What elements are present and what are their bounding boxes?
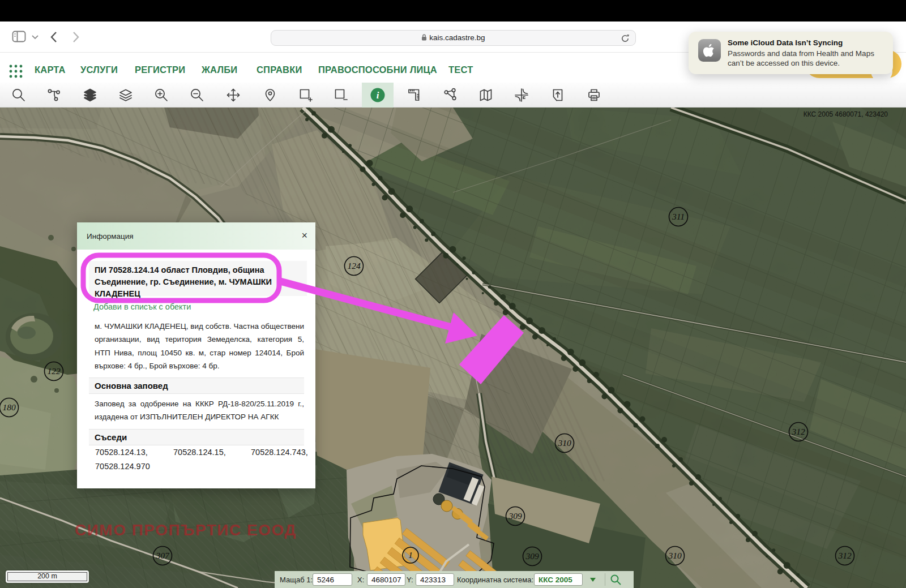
- svg-text:i: i: [377, 90, 379, 101]
- svg-text:СИМО ПРОПЪРТИС ЕООД: СИМО ПРОПЪРТИС ЕООД: [75, 521, 297, 539]
- svg-text:124: 124: [347, 261, 361, 271]
- svg-text:122: 122: [47, 366, 61, 376]
- svg-text:312: 312: [791, 427, 805, 436]
- svg-text:309: 309: [508, 511, 522, 521]
- svg-text:310: 310: [557, 438, 571, 448]
- svg-text:1: 1: [408, 551, 413, 560]
- svg-text:180: 180: [2, 402, 16, 412]
- svg-text:310: 310: [668, 551, 682, 560]
- svg-text:309: 309: [525, 551, 539, 561]
- svg-text:307: 307: [155, 551, 170, 560]
- svg-text:312: 312: [837, 551, 852, 560]
- svg-text:311: 311: [672, 212, 685, 221]
